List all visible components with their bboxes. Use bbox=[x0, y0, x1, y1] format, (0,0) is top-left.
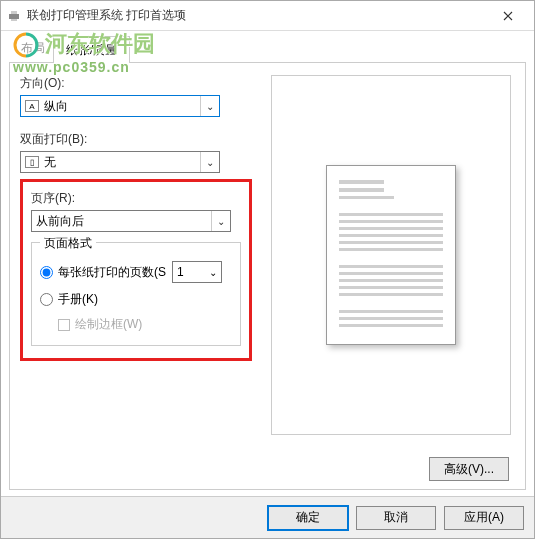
dialog-footer: 确定 取消 应用(A) bbox=[1, 496, 534, 538]
booklet-label: 手册(K) bbox=[58, 291, 98, 308]
pages-per-sheet-row: 每张纸打印的页数(S 1 ⌄ bbox=[40, 261, 232, 283]
ok-button[interactable]: 确定 bbox=[268, 506, 348, 530]
draw-border-label: 绘制边框(W) bbox=[75, 316, 142, 333]
draw-border-row: 绘制边框(W) bbox=[58, 316, 232, 333]
portrait-icon: A bbox=[25, 100, 39, 112]
chevron-down-icon: ⌄ bbox=[200, 152, 218, 172]
preview-pane bbox=[271, 75, 511, 435]
page-icon: ▯ bbox=[25, 156, 39, 168]
page-format-fieldset: 页面格式 每张纸打印的页数(S 1 ⌄ 手册(K) bbox=[31, 242, 241, 346]
page-order-label: 页序(R): bbox=[31, 190, 241, 207]
svg-rect-2 bbox=[11, 19, 17, 21]
booklet-row: 手册(K) bbox=[40, 291, 232, 308]
printer-icon bbox=[7, 9, 21, 23]
highlighted-region: 页序(R): 从前向后 ⌄ 页面格式 每张纸打印的页数(S 1 ⌄ bbox=[20, 179, 252, 361]
pages-per-sheet-label: 每张纸打印的页数(S bbox=[58, 264, 166, 281]
cancel-button[interactable]: 取消 bbox=[356, 506, 436, 530]
advanced-button[interactable]: 高级(V)... bbox=[429, 457, 509, 481]
orientation-label: 方向(O): bbox=[20, 75, 260, 92]
print-preferences-dialog: 联创打印管理系统 打印首选项 河东软件园 www.pc0359.cn 布局 纸张… bbox=[0, 0, 535, 539]
chevron-down-icon: ⌄ bbox=[211, 211, 229, 231]
preview-page bbox=[326, 165, 456, 345]
booklet-radio[interactable] bbox=[40, 293, 53, 306]
apply-button[interactable]: 应用(A) bbox=[444, 506, 524, 530]
svg-rect-1 bbox=[11, 11, 17, 14]
orientation-value: 纵向 bbox=[44, 98, 200, 115]
chevron-down-icon: ⌄ bbox=[200, 96, 218, 116]
page-order-select[interactable]: 从前向后 ⌄ bbox=[31, 210, 231, 232]
orientation-select[interactable]: A 纵向 ⌄ bbox=[20, 95, 220, 117]
tab-paper-quality[interactable]: 纸张/质量 bbox=[53, 36, 130, 63]
pages-per-sheet-value: 1 bbox=[177, 265, 184, 279]
titlebar: 联创打印管理系统 打印首选项 bbox=[1, 1, 534, 31]
tab-panel: 方向(O): A 纵向 ⌄ 双面打印(B): ▯ 无 ⌄ 页序(R): 从前向后… bbox=[9, 62, 526, 490]
page-format-legend: 页面格式 bbox=[40, 235, 96, 252]
tab-layout-dim: 布局 bbox=[13, 35, 53, 62]
draw-border-checkbox[interactable] bbox=[58, 319, 70, 331]
page-order-value: 从前向后 bbox=[36, 213, 211, 230]
svg-rect-0 bbox=[9, 14, 19, 19]
chevron-down-icon: ⌄ bbox=[209, 267, 217, 278]
pages-per-sheet-select[interactable]: 1 ⌄ bbox=[172, 261, 222, 283]
close-button[interactable] bbox=[488, 1, 528, 31]
window-title: 联创打印管理系统 打印首选项 bbox=[27, 7, 488, 24]
duplex-value: 无 bbox=[44, 154, 200, 171]
tab-strip: 布局 纸张/质量 bbox=[1, 31, 534, 62]
left-column: 方向(O): A 纵向 ⌄ 双面打印(B): ▯ 无 ⌄ 页序(R): 从前向后… bbox=[20, 75, 260, 361]
duplex-select[interactable]: ▯ 无 ⌄ bbox=[20, 151, 220, 173]
duplex-label: 双面打印(B): bbox=[20, 131, 260, 148]
pages-per-sheet-radio[interactable] bbox=[40, 266, 53, 279]
